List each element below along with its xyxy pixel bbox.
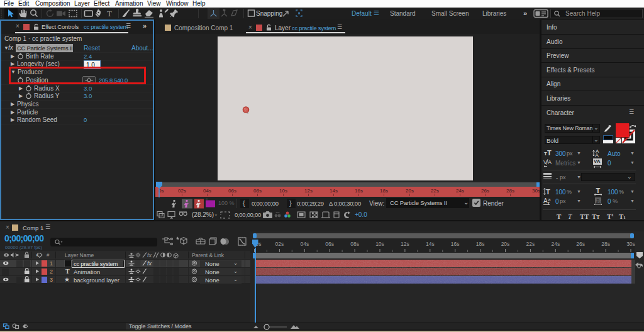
svg-text:14s: 14s: [330, 188, 338, 194]
svg-text:24s: 24s: [456, 188, 464, 194]
svg-text:A: A: [548, 159, 552, 165]
svg-text:12s: 12s: [304, 188, 313, 194]
svg-text:28s: 28s: [601, 241, 610, 247]
svg-text:T: T: [107, 9, 112, 18]
svg-text:a: a: [548, 197, 551, 202]
svg-text:28s: 28s: [506, 188, 514, 194]
svg-text:18s: 18s: [380, 188, 388, 194]
svg-text:fx: fx: [147, 252, 152, 258]
svg-text:02s: 02s: [275, 241, 284, 247]
svg-text:06s: 06s: [325, 241, 334, 247]
svg-text:A: A: [595, 152, 599, 158]
svg-text:08s: 08s: [253, 188, 262, 194]
svg-text:22s: 22s: [526, 241, 535, 247]
svg-text:20s: 20s: [501, 241, 510, 247]
svg-text:A: A: [543, 197, 548, 204]
svg-text:26s: 26s: [576, 241, 585, 247]
svg-text:T: T: [546, 188, 550, 196]
svg-text:10s: 10s: [279, 188, 287, 194]
svg-text:02s: 02s: [178, 188, 186, 194]
svg-text:14s: 14s: [426, 241, 435, 247]
svg-text:18s: 18s: [476, 241, 485, 247]
svg-text:fx: fx: [147, 260, 152, 267]
svg-text:22s: 22s: [431, 188, 439, 194]
svg-text:24s: 24s: [551, 241, 560, 247]
svg-text:08s: 08s: [350, 241, 359, 247]
svg-text:あ: あ: [596, 198, 601, 204]
svg-text:26s: 26s: [481, 188, 489, 194]
svg-text:16s: 16s: [451, 241, 460, 247]
svg-text:04s: 04s: [300, 241, 309, 247]
svg-text:30s: 30s: [626, 241, 635, 247]
svg-text:12s: 12s: [401, 241, 409, 247]
svg-text:10s: 10s: [375, 241, 384, 247]
svg-text:30s: 30s: [532, 188, 540, 194]
svg-text:16s: 16s: [355, 188, 363, 194]
svg-text:04s: 04s: [203, 188, 211, 194]
svg-text:20s: 20s: [406, 188, 414, 194]
svg-text:06s: 06s: [228, 188, 236, 194]
svg-text:T: T: [596, 187, 601, 194]
